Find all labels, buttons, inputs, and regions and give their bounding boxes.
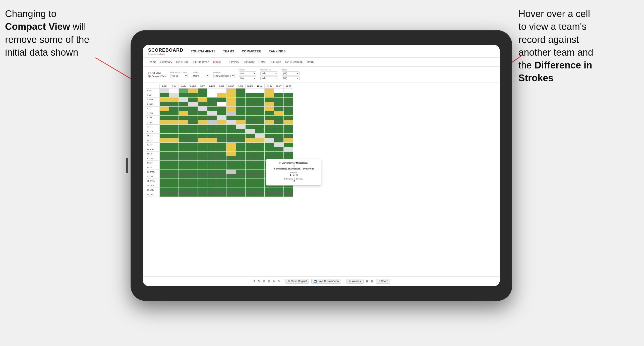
matrix-cell[interactable]: [160, 134, 169, 138]
matrix-cell[interactable]: [255, 170, 265, 174]
matrix-cell[interactable]: [284, 116, 293, 120]
matrix-cell[interactable]: [246, 116, 255, 120]
matrix-cell[interactable]: [226, 98, 236, 102]
matrix-cell[interactable]: [284, 98, 293, 102]
matrix-cell[interactable]: [217, 188, 226, 192]
matrix-cell[interactable]: [246, 147, 255, 152]
matrix-cell[interactable]: [284, 134, 293, 138]
matrix-cell[interactable]: [284, 120, 293, 125]
matrix-cell[interactable]: [188, 111, 198, 116]
matrix-cell[interactable]: [217, 129, 226, 134]
matrix-cell[interactable]: [236, 125, 246, 129]
matrix-cell[interactable]: [198, 179, 207, 183]
matrix-cell[interactable]: [169, 161, 179, 165]
matrix-cell[interactable]: [265, 147, 274, 152]
undo-icon[interactable]: ↺: [253, 280, 255, 283]
matrix-cell[interactable]: [207, 102, 217, 107]
matrix-cell[interactable]: [188, 116, 198, 120]
filter-team-select2[interactable]: (All): [282, 76, 300, 80]
matrix-cell[interactable]: [207, 165, 217, 170]
matrix-cell[interactable]: [274, 125, 284, 129]
matrix-cell[interactable]: [160, 89, 169, 93]
matrix-cell[interactable]: [226, 152, 236, 156]
matrix-cell[interactable]: [160, 116, 169, 120]
matrix-cell[interactable]: [236, 98, 246, 102]
matrix-cell[interactable]: [255, 156, 265, 161]
matrix-cell[interactable]: [236, 165, 246, 170]
matrix-cell[interactable]: [255, 174, 265, 179]
matrix-cell[interactable]: [246, 98, 255, 102]
matrix-cell[interactable]: [274, 147, 284, 152]
matrix-cell[interactable]: [265, 89, 274, 93]
matrix-cell[interactable]: [226, 134, 236, 138]
matrix-cell[interactable]: [274, 98, 284, 102]
matrix-cell[interactable]: [188, 170, 198, 174]
matrix-cell[interactable]: [179, 111, 188, 116]
matrix-cell[interactable]: [236, 156, 246, 161]
matrix-cell[interactable]: [198, 147, 207, 152]
matrix-cell[interactable]: [226, 165, 236, 170]
matrix-cell[interactable]: [274, 188, 284, 192]
matrix-cell[interactable]: [236, 111, 246, 116]
matrix-cell[interactable]: [217, 89, 226, 93]
matrix-cell[interactable]: [169, 89, 179, 93]
matrix-cell[interactable]: [179, 147, 188, 152]
matrix-cell[interactable]: [188, 107, 198, 111]
matrix-cell[interactable]: [236, 102, 246, 107]
matrix-cell[interactable]: [160, 143, 169, 147]
matrix-cell[interactable]: [255, 93, 265, 98]
matrix-cell[interactable]: [246, 161, 255, 165]
matrix-cell[interactable]: [284, 107, 293, 111]
matrix-cell[interactable]: [169, 170, 179, 174]
matrix-cell[interactable]: [207, 98, 217, 102]
matrix-cell[interactable]: [284, 138, 293, 143]
view-original-button[interactable]: 👁 View: Original: [285, 279, 309, 284]
matrix-cell[interactable]: [207, 174, 217, 179]
matrix-cell[interactable]: [207, 129, 217, 134]
matrix-cell[interactable]: [274, 138, 284, 143]
subnav-players-h2h-heatmap[interactable]: H2H Heatmap: [285, 60, 303, 64]
filter-max-teams-select[interactable]: Top 50: [170, 74, 188, 78]
matrix-cell[interactable]: [198, 156, 207, 161]
matrix-cell[interactable]: [255, 138, 265, 143]
matrix-cell[interactable]: [188, 98, 198, 102]
matrix-cell[interactable]: [169, 156, 179, 161]
matrix-cell[interactable]: [236, 120, 246, 125]
matrix-cell[interactable]: [265, 102, 274, 107]
matrix-cell[interactable]: [226, 102, 236, 107]
matrix-cell[interactable]: [217, 134, 226, 138]
matrix-cell[interactable]: [217, 125, 226, 129]
matrix-cell[interactable]: [217, 98, 226, 102]
matrix-cell[interactable]: [188, 165, 198, 170]
matrix-cell[interactable]: [274, 192, 284, 197]
matrix-cell[interactable]: [160, 125, 169, 129]
matrix-cell[interactable]: [188, 183, 198, 188]
matrix-cell[interactable]: [236, 129, 246, 134]
matrix-cell[interactable]: [265, 129, 274, 134]
matrix-cell[interactable]: [160, 98, 169, 102]
matrix-cell[interactable]: [198, 102, 207, 107]
matrix-cell[interactable]: [188, 134, 198, 138]
filter-conference-select2[interactable]: (All): [260, 76, 278, 80]
matrix-cell[interactable]: [188, 192, 198, 197]
matrix-cell[interactable]: [226, 129, 236, 134]
matrix-cell[interactable]: [198, 134, 207, 138]
matrix-cell[interactable]: [169, 93, 179, 98]
matrix-cell[interactable]: [255, 165, 265, 170]
matrix-cell[interactable]: [217, 161, 226, 165]
nav-committee[interactable]: COMMITTEE: [242, 50, 261, 53]
matrix-cell[interactable]: [217, 165, 226, 170]
subnav-h2h-grid[interactable]: H2H Grid: [176, 60, 188, 64]
matrix-cell[interactable]: [160, 129, 169, 134]
matrix-cell[interactable]: [255, 98, 265, 102]
matrix-cell[interactable]: [179, 156, 188, 161]
matrix-cell[interactable]: [198, 120, 207, 125]
matrix-cell[interactable]: [246, 129, 255, 134]
matrix-cell[interactable]: [188, 156, 198, 161]
matrix-cell[interactable]: [255, 192, 265, 197]
matrix-cell[interactable]: [265, 98, 274, 102]
redo-icon[interactable]: ↻: [258, 280, 260, 283]
filter-gender-select[interactable]: Men's: [192, 74, 209, 78]
filter-region-select2[interactable]: N/A: [239, 76, 256, 80]
matrix-cell[interactable]: [255, 179, 265, 183]
